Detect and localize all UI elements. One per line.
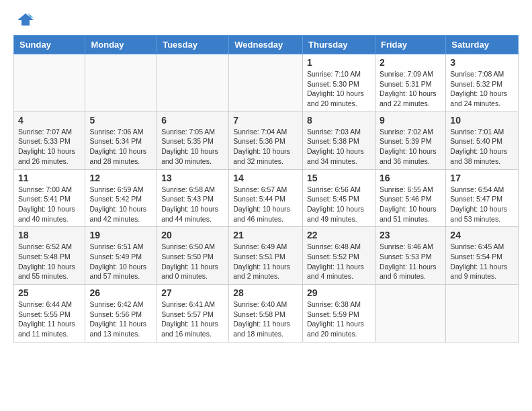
day-info: Sunrise: 6:40 AM Sunset: 5:58 PM Dayligh…	[233, 300, 298, 339]
day-info: Sunrise: 6:55 AM Sunset: 5:46 PM Dayligh…	[380, 185, 441, 224]
day-number: 4	[18, 115, 81, 126]
calendar-cell: 9Sunrise: 7:02 AM Sunset: 5:39 PM Daylig…	[375, 111, 445, 169]
day-info: Sunrise: 6:56 AM Sunset: 5:45 PM Dayligh…	[307, 185, 371, 224]
day-number: 23	[380, 230, 441, 240]
day-number: 22	[307, 230, 371, 240]
calendar-cell: 17Sunrise: 6:54 AM Sunset: 5:47 PM Dayli…	[446, 169, 519, 227]
day-info: Sunrise: 7:00 AM Sunset: 5:41 PM Dayligh…	[18, 185, 81, 224]
day-number: 3	[450, 57, 514, 68]
day-info: Sunrise: 7:09 AM Sunset: 5:31 PM Dayligh…	[380, 69, 441, 109]
day-number: 20	[161, 230, 224, 240]
week-row-1: 1Sunrise: 7:10 AM Sunset: 5:30 PM Daylig…	[14, 54, 519, 112]
calendar-table: SundayMondayTuesdayWednesdayThursdayFrid…	[13, 35, 519, 342]
week-row-4: 18Sunrise: 6:52 AM Sunset: 5:48 PM Dayli…	[14, 227, 519, 285]
day-number: 17	[450, 173, 514, 183]
day-number: 25	[18, 287, 81, 298]
calendar-cell: 14Sunrise: 6:57 AM Sunset: 5:44 PM Dayli…	[229, 169, 303, 227]
weekday-header-friday: Friday	[375, 36, 445, 54]
day-info: Sunrise: 7:03 AM Sunset: 5:38 PM Dayligh…	[307, 127, 371, 167]
day-info: Sunrise: 6:58 AM Sunset: 5:43 PM Dayligh…	[161, 185, 224, 224]
weekday-header-tuesday: Tuesday	[157, 36, 229, 54]
week-row-3: 11Sunrise: 7:00 AM Sunset: 5:41 PM Dayli…	[14, 169, 519, 227]
calendar-cell: 7Sunrise: 7:04 AM Sunset: 5:36 PM Daylig…	[229, 111, 303, 169]
weekday-header-row: SundayMondayTuesdayWednesdayThursdayFrid…	[14, 36, 519, 54]
calendar-cell: 5Sunrise: 7:06 AM Sunset: 5:34 PM Daylig…	[85, 111, 157, 169]
day-info: Sunrise: 6:54 AM Sunset: 5:47 PM Dayligh…	[450, 185, 514, 224]
day-info: Sunrise: 6:44 AM Sunset: 5:55 PM Dayligh…	[18, 300, 81, 339]
day-number: 12	[89, 173, 152, 183]
calendar-cell: 21Sunrise: 6:49 AM Sunset: 5:51 PM Dayli…	[229, 227, 303, 285]
calendar-cell: 28Sunrise: 6:40 AM Sunset: 5:58 PM Dayli…	[229, 285, 303, 342]
day-info: Sunrise: 6:52 AM Sunset: 5:48 PM Dayligh…	[18, 242, 81, 281]
calendar-cell: 1Sunrise: 7:10 AM Sunset: 5:30 PM Daylig…	[303, 54, 375, 112]
calendar-cell: 8Sunrise: 7:03 AM Sunset: 5:38 PM Daylig…	[303, 111, 375, 169]
weekday-header-thursday: Thursday	[303, 36, 375, 54]
day-number: 27	[161, 287, 224, 298]
calendar-cell: 24Sunrise: 6:45 AM Sunset: 5:54 PM Dayli…	[446, 227, 519, 285]
weekday-header-wednesday: Wednesday	[229, 36, 303, 54]
day-info: Sunrise: 6:57 AM Sunset: 5:44 PM Dayligh…	[233, 185, 298, 224]
calendar-cell	[229, 54, 303, 112]
day-number: 16	[380, 173, 441, 183]
weekday-header-sunday: Sunday	[14, 36, 85, 54]
day-info: Sunrise: 7:04 AM Sunset: 5:36 PM Dayligh…	[233, 127, 298, 167]
day-info: Sunrise: 6:46 AM Sunset: 5:53 PM Dayligh…	[380, 242, 441, 281]
calendar-cell: 15Sunrise: 6:56 AM Sunset: 5:45 PM Dayli…	[303, 169, 375, 227]
calendar-cell: 23Sunrise: 6:46 AM Sunset: 5:53 PM Dayli…	[375, 227, 445, 285]
calendar-cell: 20Sunrise: 6:50 AM Sunset: 5:50 PM Dayli…	[157, 227, 229, 285]
day-number: 10	[450, 115, 514, 126]
calendar-cell	[375, 285, 445, 342]
weekday-header-monday: Monday	[85, 36, 157, 54]
day-info: Sunrise: 6:45 AM Sunset: 5:54 PM Dayligh…	[450, 242, 514, 281]
page-header	[13, 11, 519, 27]
day-number: 5	[89, 115, 152, 126]
calendar-cell: 22Sunrise: 6:48 AM Sunset: 5:52 PM Dayli…	[303, 227, 375, 285]
calendar-cell: 25Sunrise: 6:44 AM Sunset: 5:55 PM Dayli…	[14, 285, 85, 342]
day-info: Sunrise: 6:49 AM Sunset: 5:51 PM Dayligh…	[233, 242, 298, 281]
calendar-cell: 6Sunrise: 7:05 AM Sunset: 5:35 PM Daylig…	[157, 111, 229, 169]
day-info: Sunrise: 7:02 AM Sunset: 5:39 PM Dayligh…	[380, 127, 441, 167]
calendar-cell: 16Sunrise: 6:55 AM Sunset: 5:46 PM Dayli…	[375, 169, 445, 227]
calendar-cell	[14, 54, 85, 112]
calendar-cell: 29Sunrise: 6:38 AM Sunset: 5:59 PM Dayli…	[303, 285, 375, 342]
week-row-5: 25Sunrise: 6:44 AM Sunset: 5:55 PM Dayli…	[14, 285, 519, 342]
day-info: Sunrise: 6:48 AM Sunset: 5:52 PM Dayligh…	[307, 242, 371, 281]
day-number: 6	[161, 115, 224, 126]
day-info: Sunrise: 6:38 AM Sunset: 5:59 PM Dayligh…	[307, 300, 371, 339]
calendar-cell	[446, 285, 519, 342]
day-info: Sunrise: 6:59 AM Sunset: 5:42 PM Dayligh…	[89, 185, 152, 224]
day-info: Sunrise: 6:51 AM Sunset: 5:49 PM Dayligh…	[89, 242, 152, 281]
calendar-cell: 12Sunrise: 6:59 AM Sunset: 5:42 PM Dayli…	[85, 169, 157, 227]
day-number: 28	[233, 287, 298, 298]
day-number: 18	[18, 230, 81, 240]
calendar-cell: 26Sunrise: 6:42 AM Sunset: 5:56 PM Dayli…	[85, 285, 157, 342]
day-info: Sunrise: 6:41 AM Sunset: 5:57 PM Dayligh…	[161, 300, 224, 339]
calendar-cell: 3Sunrise: 7:08 AM Sunset: 5:32 PM Daylig…	[446, 54, 519, 112]
day-number: 24	[450, 230, 514, 240]
calendar-cell: 13Sunrise: 6:58 AM Sunset: 5:43 PM Dayli…	[157, 169, 229, 227]
day-info: Sunrise: 7:01 AM Sunset: 5:40 PM Dayligh…	[450, 127, 514, 167]
calendar-cell: 18Sunrise: 6:52 AM Sunset: 5:48 PM Dayli…	[14, 227, 85, 285]
day-info: Sunrise: 7:05 AM Sunset: 5:35 PM Dayligh…	[161, 127, 224, 167]
day-number: 8	[307, 115, 371, 126]
logo-bird-icon	[16, 11, 35, 30]
day-info: Sunrise: 7:10 AM Sunset: 5:30 PM Dayligh…	[307, 69, 371, 109]
calendar-cell: 27Sunrise: 6:41 AM Sunset: 5:57 PM Dayli…	[157, 285, 229, 342]
day-number: 1	[307, 57, 371, 68]
day-info: Sunrise: 6:50 AM Sunset: 5:50 PM Dayligh…	[161, 242, 224, 281]
calendar-cell: 11Sunrise: 7:00 AM Sunset: 5:41 PM Dayli…	[14, 169, 85, 227]
calendar-cell: 4Sunrise: 7:07 AM Sunset: 5:33 PM Daylig…	[14, 111, 85, 169]
calendar-cell: 10Sunrise: 7:01 AM Sunset: 5:40 PM Dayli…	[446, 111, 519, 169]
day-number: 15	[307, 173, 371, 183]
day-info: Sunrise: 7:07 AM Sunset: 5:33 PM Dayligh…	[18, 127, 81, 167]
calendar-cell	[85, 54, 157, 112]
day-number: 26	[89, 287, 152, 298]
svg-marker-0	[17, 13, 34, 26]
logo	[13, 11, 35, 27]
calendar-cell: 2Sunrise: 7:09 AM Sunset: 5:31 PM Daylig…	[375, 54, 445, 112]
day-number: 11	[18, 173, 81, 183]
weekday-header-saturday: Saturday	[446, 36, 519, 54]
day-number: 14	[233, 173, 298, 183]
week-row-2: 4Sunrise: 7:07 AM Sunset: 5:33 PM Daylig…	[14, 111, 519, 169]
day-number: 19	[89, 230, 152, 240]
